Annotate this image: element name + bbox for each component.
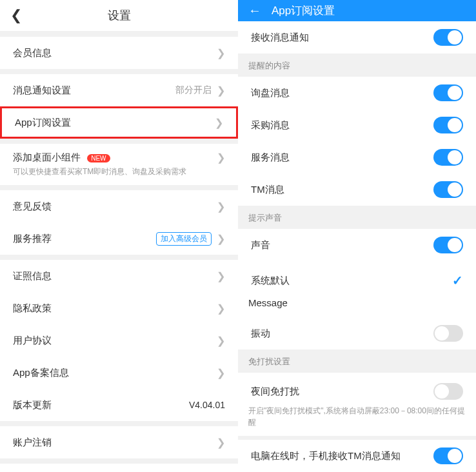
chevron-right-icon: ❯: [217, 47, 225, 59]
label: 消息通知设置: [13, 84, 175, 97]
item-message-option[interactable]: Message: [238, 293, 476, 317]
item-pc-online: 电脑在线时，手机接收TM消息通知: [238, 440, 476, 472]
chevron-right-icon: ❯: [217, 152, 225, 164]
section-dnd: 免打扰设置: [238, 349, 476, 373]
back-arrow-icon[interactable]: ←: [248, 3, 261, 18]
left-header: ❮ 设置: [0, 0, 238, 31]
item-sound: 声音: [238, 229, 476, 261]
label: 系统默认: [251, 275, 452, 287]
label: 版本更新: [13, 399, 189, 411]
item-license[interactable]: 证照信息 ❯: [0, 260, 238, 292]
label: 服务推荐: [13, 233, 156, 245]
toggle-inquiry[interactable]: [433, 84, 463, 101]
item-receive-notify: 接收消息通知: [238, 21, 476, 54]
back-icon[interactable]: ❮: [10, 7, 22, 24]
label: 意见反馈: [13, 201, 212, 213]
item-record[interactable]: App备案信息 ❯: [0, 357, 238, 389]
item-app-subscribe[interactable]: App订阅设置 ❯: [0, 106, 238, 139]
toggle-night[interactable]: [433, 383, 463, 400]
label: 声音: [251, 239, 433, 251]
item-recommend[interactable]: 服务推荐 加入高级会员 ❯: [0, 222, 238, 255]
item-widget[interactable]: 添加桌面小组件 NEW ❯ 可以更快捷查看买家TM即时消息、询盘及采购需求: [0, 144, 238, 185]
label: 隐私政策: [13, 302, 212, 315]
night-subtext: 开启"夜间免打扰模式",系统将自动屏蔽23:00－08:00间的任何提醒: [238, 405, 476, 436]
label: 用户协议: [13, 335, 212, 347]
label: App订阅设置: [15, 117, 210, 129]
item-service: 服务消息: [238, 141, 476, 173]
item-vibrate: 振动: [238, 317, 476, 349]
page-title: 设置: [0, 8, 238, 23]
chevron-right-icon: ❯: [217, 335, 225, 347]
item-logout[interactable]: 账户注销 ❯: [0, 426, 238, 458]
item-agreement[interactable]: 用户协议 ❯: [0, 324, 238, 357]
toggle-service[interactable]: [433, 149, 463, 166]
item-system-default[interactable]: 系统默认 ✓: [238, 261, 476, 293]
toggle-purchase[interactable]: [433, 117, 463, 133]
right-header: ← App订阅设置: [238, 0, 476, 21]
label: 电脑在线时，手机接收TM消息通知: [251, 450, 433, 462]
chevron-right-icon: ❯: [215, 117, 223, 129]
toggle-receive[interactable]: [433, 29, 463, 46]
toggle-sound[interactable]: [433, 237, 463, 253]
vip-badge: 加入高级会员: [156, 232, 212, 246]
label: 账户注销: [13, 437, 212, 449]
label: 夜间免打扰: [251, 386, 433, 398]
label: TM消息: [251, 184, 433, 196]
new-badge: NEW: [87, 154, 110, 162]
item-member-info[interactable]: 会员信息 ❯: [0, 37, 238, 69]
chevron-right-icon: ❯: [217, 201, 225, 213]
label: 会员信息: [13, 47, 212, 59]
version-value: V4.04.01: [189, 400, 225, 410]
item-feedback[interactable]: 意见反馈 ❯: [0, 190, 238, 222]
item-tm: TM消息: [238, 173, 476, 206]
chevron-right-icon: ❯: [217, 270, 225, 282]
label: 采购消息: [251, 119, 433, 132]
chevron-right-icon: ❯: [217, 437, 225, 449]
label: 询盘消息: [251, 87, 433, 99]
label: 服务消息: [251, 152, 433, 164]
chevron-right-icon: ❯: [217, 367, 225, 379]
item-privacy[interactable]: 隐私政策 ❯: [0, 292, 238, 324]
chevron-right-icon: ❯: [217, 84, 225, 97]
item-inquiry: 询盘消息: [238, 77, 476, 109]
status-text: 部分开启: [175, 84, 212, 96]
item-purchase: 采购消息: [238, 109, 476, 141]
label: 振动: [251, 328, 433, 340]
section-remind: 提醒的内容: [238, 54, 476, 77]
label: 接收消息通知: [251, 32, 433, 44]
item-version[interactable]: 版本更新 V4.04.01: [0, 389, 238, 421]
toggle-pc-online[interactable]: [433, 447, 463, 464]
item-notify-settings[interactable]: 消息通知设置 部分开启 ❯: [0, 74, 238, 106]
item-night-dnd: 夜间免打扰: [238, 373, 476, 405]
toggle-vibrate[interactable]: [433, 325, 463, 342]
label: 添加桌面小组件 NEW: [13, 152, 212, 164]
label: App备案信息: [13, 367, 212, 379]
toggle-tm[interactable]: [433, 181, 463, 198]
page-title: App订阅设置: [272, 3, 335, 18]
checkmark-icon: ✓: [452, 273, 463, 288]
chevron-right-icon: ❯: [217, 233, 225, 245]
chevron-right-icon: ❯: [217, 302, 225, 315]
subtext: 可以更快捷查看买家TM即时消息、询盘及采购需求: [13, 166, 186, 177]
section-sound: 提示声音: [238, 206, 476, 229]
label: 证照信息: [13, 270, 212, 282]
